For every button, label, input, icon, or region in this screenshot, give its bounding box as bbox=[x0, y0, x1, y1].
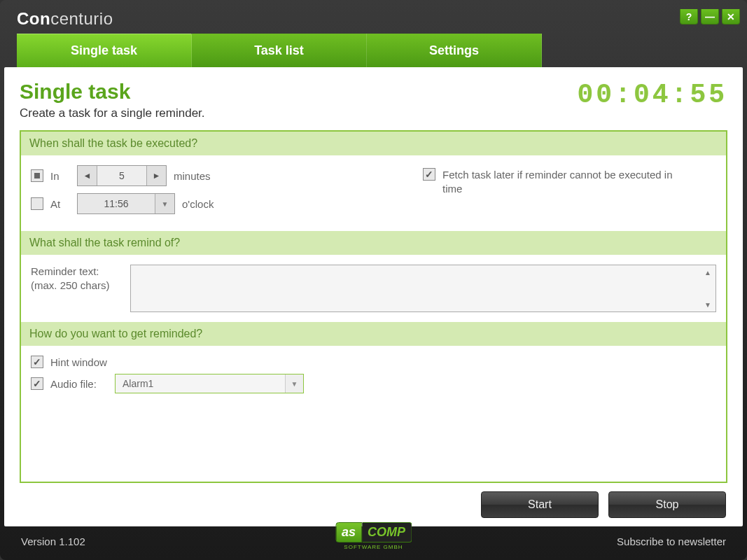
section-how-body: Hint window Audio file: Alarm1 ▼ bbox=[21, 346, 726, 409]
app-title-rest: centurio bbox=[50, 9, 113, 28]
at-label: At bbox=[50, 198, 70, 210]
section-when-body: In ◄ 5 ► minutes At 11:56 ▼ bbox=[21, 155, 726, 231]
start-button[interactable]: Start bbox=[481, 491, 599, 518]
help-button[interactable]: ? bbox=[680, 9, 698, 24]
window-controls: ? — ✕ bbox=[680, 9, 740, 24]
action-buttons: Start Stop bbox=[20, 483, 727, 518]
titlebar: Concenturio ? — ✕ bbox=[4, 4, 743, 34]
time-value[interactable]: 11:56 bbox=[78, 194, 155, 214]
logo-subtitle: SOFTWARE GMBH bbox=[344, 544, 403, 550]
audio-value[interactable]: Alarm1 bbox=[116, 374, 285, 393]
section-how-header: How do you want to get reminded? bbox=[21, 322, 726, 346]
audio-combo: Alarm1 ▼ bbox=[115, 374, 304, 393]
form-container: When shall the task be executed? In ◄ 5 … bbox=[20, 130, 727, 483]
minutes-stepper: ◄ 5 ► bbox=[77, 165, 167, 186]
stepper-decrease[interactable]: ◄ bbox=[78, 166, 97, 186]
reminder-textarea[interactable]: ▲ ▼ bbox=[130, 265, 716, 312]
tab-bar: Single task Task list Settings bbox=[4, 34, 743, 67]
stop-button[interactable]: Stop bbox=[608, 491, 726, 518]
radio-in[interactable] bbox=[31, 169, 43, 182]
page-subtitle: Create a task for a single reminder. bbox=[20, 106, 205, 120]
section-what-body: Reminder text:(max. 250 chars) ▲ ▼ bbox=[21, 255, 726, 322]
countdown-timer: 00:04:55 bbox=[578, 80, 727, 110]
main-panel: Single task Create a task for a single r… bbox=[4, 67, 743, 526]
tab-task-list[interactable]: Task list bbox=[192, 34, 367, 67]
checkbox-fetch-later[interactable] bbox=[423, 168, 435, 181]
time-dropdown-icon[interactable]: ▼ bbox=[155, 194, 174, 214]
application-window: Concenturio ? — ✕ Single task Task list … bbox=[0, 0, 747, 560]
stepper-increase[interactable]: ► bbox=[146, 166, 166, 186]
scroll-down-icon[interactable]: ▼ bbox=[701, 299, 714, 310]
reminder-text-label: Reminder text:(max. 250 chars) bbox=[31, 265, 122, 292]
page-header: Single task Create a task for a single r… bbox=[20, 80, 727, 120]
footer-logo: as COMP SOFTWARE GMBH bbox=[335, 522, 412, 550]
section-what-header: What shall the task remind of? bbox=[21, 231, 726, 255]
hint-window-label: Hint window bbox=[50, 356, 107, 368]
checkbox-hint-window[interactable] bbox=[31, 356, 43, 368]
stepper-value[interactable]: 5 bbox=[97, 166, 146, 186]
version-label: Version 1.102 bbox=[21, 536, 85, 547]
time-combo: 11:56 ▼ bbox=[77, 193, 175, 214]
audio-file-label: Audio file: bbox=[50, 378, 108, 390]
footer: Version 1.102 as COMP SOFTWARE GMBH Subs… bbox=[4, 526, 743, 556]
in-label: In bbox=[50, 170, 70, 182]
logo-comp: COMP bbox=[362, 522, 412, 542]
scroll-up-icon[interactable]: ▲ bbox=[701, 267, 714, 278]
page-title: Single task bbox=[20, 80, 205, 104]
tab-settings[interactable]: Settings bbox=[367, 34, 542, 67]
fetch-later-label: Fetch task later if reminder cannot be e… bbox=[442, 168, 673, 195]
at-unit: o'clock bbox=[182, 198, 214, 210]
app-title-bold: Con bbox=[17, 9, 50, 28]
checkbox-audio-file[interactable] bbox=[31, 377, 43, 390]
minimize-button[interactable]: — bbox=[701, 9, 719, 24]
close-button[interactable]: ✕ bbox=[722, 9, 740, 24]
section-when-header: When shall the task be executed? bbox=[21, 132, 726, 155]
in-unit: minutes bbox=[174, 170, 211, 182]
tab-single-task[interactable]: Single task bbox=[17, 34, 192, 67]
subscribe-link[interactable]: Subscribe to newsletter bbox=[617, 536, 726, 547]
app-title: Concenturio bbox=[17, 9, 113, 29]
audio-dropdown-icon[interactable]: ▼ bbox=[285, 374, 303, 393]
logo-as: as bbox=[335, 522, 362, 542]
radio-at[interactable] bbox=[31, 197, 43, 210]
